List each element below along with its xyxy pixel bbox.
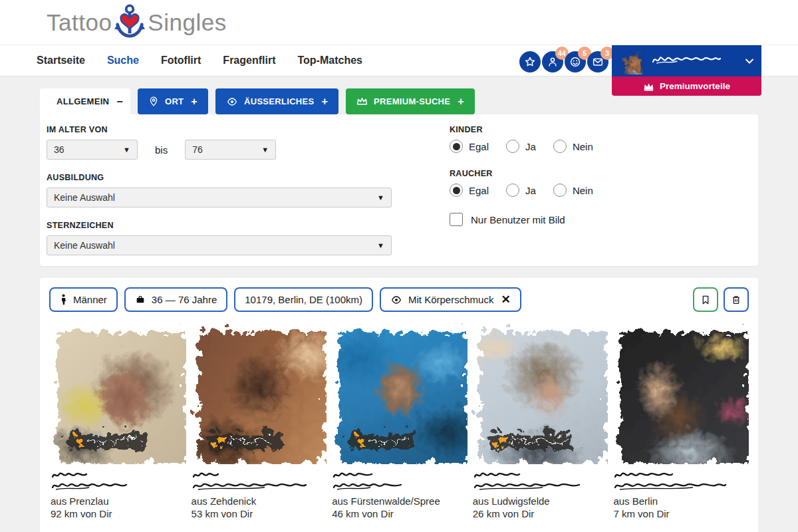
obscured-profile-name (51, 470, 186, 491)
smoker-nein-option[interactable]: Nein (553, 184, 593, 197)
radio-selected-icon (450, 140, 463, 153)
profile-card[interactable]: aus Zehdenick 53 km von Dir (190, 324, 327, 520)
eye-icon (390, 295, 402, 305)
search-filter-tabs: ALLGEMEIN − ORT + ÄUSSERLICHES + PREMIUM… (40, 88, 798, 114)
zodiac-select[interactable]: Keine Auswahl ▼ (47, 235, 392, 255)
tab-aeusserliches-label: ÄUSSERLICHES (244, 96, 314, 106)
obscured-username (82, 434, 138, 442)
obscured-profile-name (192, 470, 327, 491)
profile-distance: 92 km von Dir (51, 507, 186, 520)
eye-icon (226, 96, 238, 107)
save-search-button[interactable] (693, 287, 718, 312)
children-egal-option[interactable]: Egal (450, 140, 489, 153)
tab-premium-suche-label: PREMIUM-SUCHE (374, 96, 450, 106)
age-between-label: bis (155, 144, 168, 156)
brand-name-right: Singles (148, 9, 226, 36)
radio-icon (553, 140, 567, 153)
tab-ort[interactable]: ORT + (138, 88, 208, 114)
profile-meta: aus Zehdenick 53 km von Dir (190, 470, 327, 520)
profile-card[interactable]: aus Ludwigsfelde 26 km von Dir (471, 324, 608, 520)
obscured-username (223, 434, 270, 442)
anchor-heart-logo-icon (112, 3, 148, 43)
profile-meta: aus Prenzlau 92 km von Dir (49, 470, 186, 520)
brand-name-left: Tattoo (47, 9, 112, 36)
radio-icon (506, 184, 519, 197)
smiles-button[interactable]: 5 (565, 51, 587, 74)
brand-logo[interactable]: Tattoo Singles (47, 3, 227, 43)
chip-body-art[interactable]: Mit Körperschmuck ✕ (380, 287, 521, 312)
caret-down-icon: ▼ (261, 146, 269, 154)
only-with-photo-checkbox-row[interactable]: Nur Benutzer mit Bild (450, 213, 593, 226)
nav-item-startseite[interactable]: Startseite (37, 55, 85, 66)
caret-down-icon: ▼ (123, 146, 130, 154)
page: Tattoo Singles Startseite Suche Fotoflir… (0, 0, 798, 532)
crown-icon (356, 96, 368, 106)
general-filters-panel: IM ALTER VON 36 ▼ bis 76 ▼ AUSBILDUNG Ke… (40, 114, 758, 266)
profile-card[interactable]: aus Berlin 7 km von Dir (612, 324, 749, 520)
chip-body-art-label: Mit Körperschmuck (408, 294, 493, 305)
star-icon (519, 51, 541, 72)
age-label: IM ALTER VON (47, 125, 406, 134)
children-ja-option[interactable]: Ja (506, 140, 536, 153)
chip-location-label: 10179, Berlin, DE (100km) (245, 294, 362, 305)
tab-ort-label: ORT (165, 96, 184, 106)
children-label: KINDER (450, 125, 593, 134)
smoker-egal-option[interactable]: Egal (450, 184, 489, 197)
chip-location[interactable]: 10179, Berlin, DE (100km) (234, 287, 373, 312)
online-status-badge (343, 430, 414, 445)
delete-filters-button[interactable] (724, 287, 749, 312)
obscured-profile-name (473, 470, 608, 491)
obscured-username (505, 434, 566, 442)
caret-down-icon: ▼ (377, 241, 384, 249)
radio-icon (553, 184, 567, 197)
tab-aeusserliches[interactable]: ÄUSSERLICHES + (215, 88, 338, 114)
active-filter-chips: Männer 36 — 76 Jahre 10179, Berlin, DE (… (49, 287, 749, 312)
online-status-badge (203, 430, 277, 445)
online-indicator-icon (350, 433, 359, 442)
main-nav: Startseite Suche Fotoflirt Fragenflirt T… (0, 45, 798, 76)
online-indicator-icon (491, 433, 500, 442)
tab-allgemein[interactable]: ALLGEMEIN − (40, 88, 130, 114)
profile-photo (471, 324, 608, 464)
profile-card[interactable]: aus Prenzlau 92 km von Dir (49, 324, 186, 520)
profile-meta: aus Berlin 7 km von Dir (612, 470, 749, 520)
profile-location: aus Berlin (613, 495, 749, 507)
briefcase-icon (135, 295, 146, 305)
header-action-icons: 44 5 3 (519, 51, 609, 74)
tab-premium-suche[interactable]: PREMIUM-SUCHE + (346, 88, 475, 114)
nav-item-fragenflirt[interactable]: Fragenflirt (223, 55, 275, 66)
radio-selected-icon (450, 184, 463, 197)
visitors-button[interactable]: 44 (542, 51, 565, 74)
male-icon (60, 294, 67, 305)
user-menu[interactable] (612, 45, 761, 76)
favorites-button[interactable] (519, 51, 542, 74)
search-results-panel: Männer 36 — 76 Jahre 10179, Berlin, DE (… (40, 278, 758, 532)
profile-card[interactable]: aus Fürstenwalde/Spree 46 km von Dir (331, 324, 467, 520)
nav-item-top-matches[interactable]: Top-Matches (297, 55, 362, 66)
profile-photo (49, 324, 186, 464)
bookmark-icon (700, 294, 711, 306)
age-to-select[interactable]: 76 ▼ (185, 140, 276, 160)
education-select[interactable]: Keine Auswahl ▼ (47, 188, 392, 207)
profile-meta: aus Ludwigsfelde 26 km von Dir (471, 470, 608, 520)
messages-button[interactable]: 3 (587, 51, 610, 74)
age-from-select[interactable]: 36 ▼ (47, 140, 138, 160)
radio-icon (506, 140, 519, 153)
age-from-value: 36 (54, 144, 65, 155)
smoker-label: RAUCHER (450, 169, 593, 178)
expand-indicator: + (458, 96, 464, 108)
online-indicator-icon (210, 433, 219, 442)
trash-icon (731, 294, 741, 306)
chevron-down-icon (745, 56, 753, 66)
profile-photo (331, 324, 467, 464)
profile-photo (612, 324, 749, 464)
profile-distance: 46 km von Dir (332, 507, 467, 520)
nav-item-fotoflirt[interactable]: Fotoflirt (161, 55, 201, 66)
close-icon[interactable]: ✕ (501, 293, 510, 307)
chip-age-range[interactable]: 36 — 76 Jahre (124, 287, 227, 312)
nav-item-suche[interactable]: Suche (107, 55, 139, 66)
chip-gender[interactable]: Männer (49, 287, 118, 312)
children-nein-option[interactable]: Nein (553, 140, 593, 153)
checkbox-icon[interactable] (450, 213, 463, 226)
smoker-ja-option[interactable]: Ja (506, 184, 536, 197)
